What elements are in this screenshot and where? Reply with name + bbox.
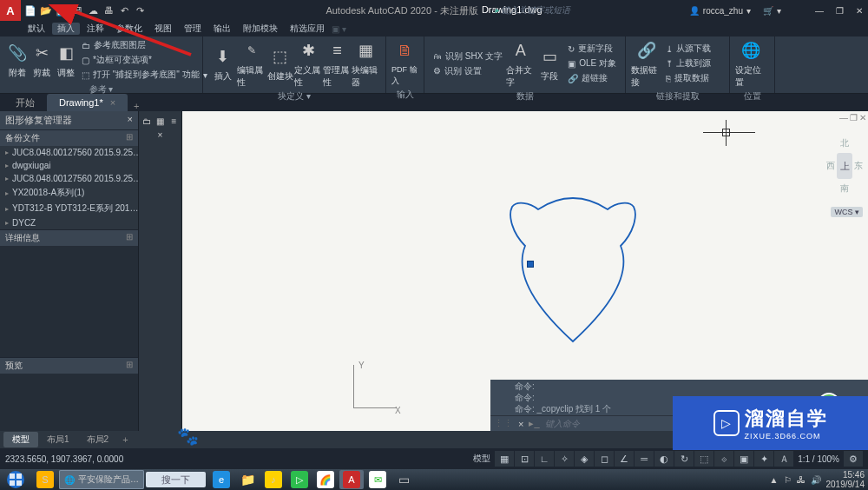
3dosnap-icon[interactable]: ⬚	[694, 451, 713, 467]
transparency-icon[interactable]: ◐	[654, 451, 674, 467]
otrack-icon[interactable]: ∠	[615, 451, 634, 467]
insert-block-button[interactable]: ⬇插入	[208, 44, 237, 83]
doc-close-icon[interactable]: ✕	[859, 113, 866, 122]
qat-redo-icon[interactable]: ↷	[132, 3, 148, 18]
task-autocad-icon[interactable]: A	[339, 470, 364, 489]
extract-data[interactable]: ⎘ 提取数据	[666, 71, 711, 85]
attach-button[interactable]: 📎附着	[5, 41, 30, 79]
close-icon[interactable]: ×	[128, 114, 133, 127]
tab-manage[interactable]: 管理	[179, 23, 207, 35]
ole-object[interactable]: ▣ OLE 对象	[568, 56, 616, 70]
tray-flag-icon[interactable]: ⚐	[784, 475, 792, 485]
qat-undo-icon[interactable]: ↶	[116, 3, 132, 18]
new-tab-button[interactable]: +	[128, 101, 145, 111]
underlay-layers[interactable]: 🗀 参考底图图层	[82, 38, 207, 52]
task-browser[interactable]: S	[31, 470, 59, 489]
pdf-import-button[interactable]: 🗎PDF 输入	[391, 38, 418, 87]
snap-underlay[interactable]: ⬚ 打开 "捕捉到参考底图" 功能 ▾	[82, 68, 207, 82]
scale-display[interactable]: 1:1 / 100%	[794, 454, 843, 464]
strip-icon[interactable]: ≡	[168, 115, 181, 127]
upload-source[interactable]: ⤒ 上载到源	[666, 56, 711, 70]
details-header[interactable]: 详细信息	[0, 229, 138, 246]
task-explorer-icon[interactable]: 📁	[235, 470, 260, 489]
start-button[interactable]	[0, 469, 31, 490]
gear-icon[interactable]: ⚙	[844, 451, 863, 467]
tab-layout2[interactable]: 布局2	[78, 432, 118, 447]
osnap-icon[interactable]: ◻	[595, 451, 614, 467]
selection-icon[interactable]: ▣	[734, 451, 753, 467]
gizmo-icon[interactable]: ✦	[754, 451, 773, 467]
cycle-icon[interactable]: ↻	[674, 451, 694, 467]
preview-header[interactable]: 预览	[0, 357, 138, 374]
block-editor-button[interactable]: ▦块编辑器	[352, 38, 380, 89]
task-video-icon[interactable]: ▷	[287, 470, 312, 489]
list-item[interactable]: YDT312-B YDT312-E系列 201…	[0, 201, 138, 216]
tab-view[interactable]: 视图	[149, 23, 177, 35]
clip-button[interactable]: ✂剪裁	[30, 41, 54, 79]
doc-min-icon[interactable]: —	[839, 113, 848, 122]
help-search[interactable]: 键入关键字或短语	[495, 4, 570, 17]
maximize-button[interactable]: ❐	[832, 6, 847, 16]
strip-icon[interactable]: 🗀	[141, 115, 153, 127]
field-button[interactable]: ▭字段	[536, 44, 565, 83]
task-music-icon[interactable]: ♪	[261, 470, 286, 489]
tab-featured[interactable]: 精选应用	[285, 23, 330, 35]
close-icon[interactable]: ×	[110, 97, 115, 108]
user-account[interactable]: 👤 rocca_zhu ▾ 🛒 ▾	[689, 6, 781, 16]
task-ie-icon[interactable]: e	[209, 470, 233, 489]
task-browser2-icon[interactable]: 🌈	[313, 470, 338, 489]
update-fields[interactable]: ↻ 更新字段	[568, 42, 616, 56]
list-item[interactable]: JUC8.048.00127560 2015.9.25…	[0, 172, 138, 185]
drawing-canvas[interactable]: — ❐ ✕ 北 西 上 东 南 WCS ▾ YX 命令:命令:命令: _	[182, 111, 868, 431]
close-icon[interactable]: ×	[518, 419, 523, 429]
create-block-button[interactable]: ⬚创建块	[266, 44, 294, 83]
manage-attrib-button[interactable]: ≡管理属性	[323, 38, 352, 89]
tab-addins[interactable]: 附加模块	[238, 23, 283, 35]
qat-save-icon[interactable]: 💾	[54, 3, 69, 18]
wcs-indicator[interactable]: WCS ▾	[831, 207, 863, 217]
tab-layout1[interactable]: 布局1	[38, 432, 78, 447]
list-item[interactable]: YX20018-A系列(1)	[0, 185, 138, 201]
list-item[interactable]: DYCZ	[0, 216, 138, 229]
grid-icon[interactable]: ▦	[495, 451, 514, 467]
tray-vol-icon[interactable]: 🔊	[811, 475, 821, 485]
strip-icon[interactable]: ▦	[155, 115, 167, 127]
dynucs-icon[interactable]: ⟐	[714, 451, 733, 467]
qat-cloud-icon[interactable]: ☁	[85, 3, 101, 18]
selection-grip[interactable]	[527, 261, 534, 268]
add-layout-button[interactable]: +	[117, 434, 133, 445]
define-attrib-button[interactable]: ✱定义属性	[294, 38, 323, 89]
tab-drawing1[interactable]: Drawing1*×	[47, 94, 128, 111]
download-source[interactable]: ⤓ 从源下载	[666, 42, 711, 56]
lineweight-icon[interactable]: ═	[635, 451, 654, 467]
close-button[interactable]: ✕	[852, 6, 866, 16]
minimize-button[interactable]: —	[812, 6, 827, 16]
tab-model[interactable]: 模型	[3, 432, 38, 447]
tray-net-icon[interactable]: 🖧	[797, 475, 806, 485]
viewcube[interactable]: 北 西 上 东 南	[826, 137, 863, 195]
tray-up-icon[interactable]: ▲	[770, 475, 779, 485]
tab-default[interactable]: 默认	[23, 23, 50, 35]
qat-new-icon[interactable]: 📄	[23, 3, 38, 18]
recognize-settings[interactable]: ⚙ 识别 设置	[433, 64, 503, 78]
frame-options[interactable]: ▢ *边框可变选项*	[82, 53, 207, 67]
drag-handle-icon[interactable]: ⋮⋮	[494, 418, 513, 429]
viewcube-top[interactable]: 上	[837, 153, 852, 179]
task-wechat-icon[interactable]: ✉	[365, 470, 390, 489]
merge-text-button[interactable]: A合并文字	[506, 38, 536, 89]
qat-plot-icon[interactable]: 🖶	[101, 3, 116, 18]
tab-annotate[interactable]: 注释	[82, 23, 109, 35]
hyperlink[interactable]: 🔗 超链接	[568, 71, 616, 85]
task-search[interactable]: 搜一下	[146, 472, 206, 487]
qat-open-icon[interactable]: 📂	[38, 3, 54, 18]
tab-parametric[interactable]: 参数化	[111, 23, 148, 35]
model-button[interactable]: 模型	[470, 453, 494, 465]
task-insurance[interactable]: 🌐 平安保险产品…	[59, 470, 144, 489]
strip-close-icon[interactable]: ×	[155, 129, 167, 141]
drawing-object[interactable]	[508, 194, 638, 346]
annotation-icon[interactable]: Ａ	[774, 451, 793, 467]
polar-icon[interactable]: ✧	[555, 451, 574, 467]
set-location-button[interactable]: 🌐设定位置	[735, 38, 766, 89]
edit-attrib-button[interactable]: ✎编辑属性	[237, 38, 266, 89]
snap-icon[interactable]: ⊡	[515, 451, 534, 467]
